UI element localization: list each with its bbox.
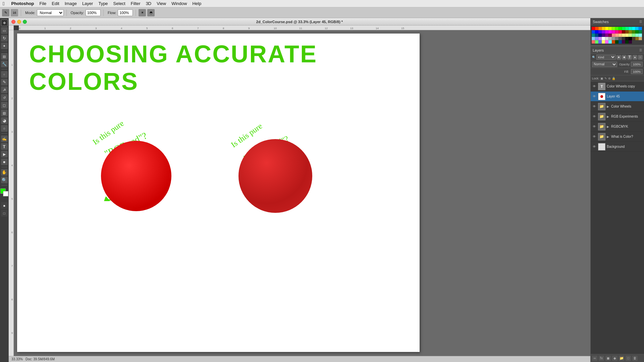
swatch-item[interactable] xyxy=(595,37,598,40)
text-tool[interactable]: T xyxy=(1,143,8,150)
swatches-panel-options[interactable]: ☰ xyxy=(639,20,642,23)
layer-expand-arrow[interactable]: ▶ xyxy=(607,105,609,108)
swatch-item[interactable] xyxy=(608,37,612,40)
swatch-item[interactable] xyxy=(625,34,629,37)
layer-visibility-toggle[interactable]: 👁 xyxy=(592,144,597,149)
opacity-input-layers[interactable] xyxy=(631,62,643,67)
swatch-item[interactable] xyxy=(629,34,632,37)
menu-view[interactable]: View xyxy=(154,1,169,6)
swatch-item[interactable] xyxy=(595,40,598,44)
swatch-item[interactable] xyxy=(608,34,612,37)
quick-mask-icon[interactable]: ■ xyxy=(1,202,8,209)
color-picker[interactable] xyxy=(0,188,8,196)
history-brush-tool[interactable]: ↺ xyxy=(1,94,8,101)
layer-visibility-toggle[interactable]: 👁 xyxy=(592,114,597,119)
menu-help[interactable]: Help xyxy=(190,1,204,6)
flow-input[interactable] xyxy=(118,9,133,16)
layers-panel-options[interactable]: ☰ xyxy=(639,49,642,52)
swatch-item[interactable] xyxy=(632,37,635,40)
swatch-item[interactable] xyxy=(639,30,642,34)
layer-visibility-toggle[interactable]: 👁 xyxy=(592,84,597,89)
swatch-item[interactable] xyxy=(619,37,622,40)
swatch-item[interactable] xyxy=(615,30,619,34)
eraser-tool[interactable]: ◻ xyxy=(1,102,8,109)
swatch-item[interactable] xyxy=(615,37,619,40)
menu-type[interactable]: Type xyxy=(96,1,110,6)
swatch-item[interactable] xyxy=(615,40,619,44)
crop-tool[interactable]: ▤ xyxy=(1,53,8,60)
opacity-input[interactable] xyxy=(86,9,101,16)
swatch-item[interactable] xyxy=(619,30,622,34)
swatch-item[interactable] xyxy=(625,40,629,44)
menu-image[interactable]: Image xyxy=(62,1,79,6)
blend-mode-select[interactable]: Normal xyxy=(592,62,617,67)
hand-tool[interactable]: ✋ xyxy=(1,169,8,176)
swatch-item[interactable] xyxy=(595,34,598,37)
swatch-item[interactable] xyxy=(602,27,605,30)
swatch-item[interactable] xyxy=(622,34,625,37)
filter-adjust-btn[interactable]: ◆ xyxy=(622,55,627,60)
dodge-tool[interactable]: ○ xyxy=(1,125,8,132)
swatch-item[interactable] xyxy=(629,27,632,30)
swatch-item[interactable] xyxy=(635,34,639,37)
swatch-item[interactable] xyxy=(598,30,602,34)
canvas-container[interactable]: CHOOSING ACCURATE COLORS Is this pure "R… xyxy=(14,30,590,356)
swatch-item[interactable] xyxy=(612,27,615,30)
layer-visibility-toggle[interactable]: 👁 xyxy=(592,94,597,99)
swatch-item[interactable] xyxy=(592,40,595,44)
gradient-tool[interactable]: ▧ xyxy=(1,110,8,116)
move-tool[interactable]: ✥ xyxy=(1,19,8,26)
mode-select[interactable]: Normal xyxy=(37,9,64,16)
path-select-tool[interactable]: ▶ xyxy=(1,151,8,158)
layer-fx-icon[interactable]: fx xyxy=(599,356,604,361)
swatch-item[interactable] xyxy=(625,30,629,34)
background-color[interactable] xyxy=(3,191,8,196)
swatch-item[interactable] xyxy=(598,40,602,44)
swatch-item[interactable] xyxy=(615,27,619,30)
layer-adjustment-icon[interactable]: ◆ xyxy=(612,356,618,361)
fill-input[interactable] xyxy=(631,69,643,74)
layer-folder-icon[interactable]: 📁 xyxy=(619,356,624,361)
swatch-item[interactable] xyxy=(619,34,622,37)
menu-filter[interactable]: Filter xyxy=(128,1,143,6)
swatch-item[interactable] xyxy=(605,27,608,30)
swatch-item[interactable] xyxy=(608,30,612,34)
swatch-item[interactable] xyxy=(595,30,598,34)
layer-visibility-toggle[interactable]: 👁 xyxy=(592,124,597,129)
filter-kind-select[interactable]: Kind xyxy=(596,55,616,60)
swatch-item[interactable] xyxy=(605,37,608,40)
swatch-item[interactable] xyxy=(629,37,632,40)
layer-item[interactable]: 👁Background xyxy=(591,142,644,152)
blur-tool[interactable]: ◕ xyxy=(1,117,8,124)
photoshop-canvas[interactable]: CHOOSING ACCURATE COLORS Is this pure "R… xyxy=(17,34,420,352)
swatch-item[interactable] xyxy=(592,27,595,30)
filter-type-btn[interactable]: T xyxy=(627,55,632,60)
swatch-item[interactable] xyxy=(639,27,642,30)
lasso-tool[interactable]: ↻ xyxy=(1,35,8,42)
swatch-item[interactable] xyxy=(605,40,608,44)
marquee-tool[interactable]: ▭ xyxy=(1,27,8,34)
zoom-tool[interactable]: 🔍 xyxy=(1,177,8,183)
swatch-item[interactable] xyxy=(629,30,632,34)
swatch-item[interactable] xyxy=(612,40,615,44)
swatch-item[interactable] xyxy=(629,40,632,44)
swatch-item[interactable] xyxy=(622,27,625,30)
spot-heal-tool[interactable]: ○ xyxy=(1,71,8,78)
swatch-item[interactable] xyxy=(602,40,605,44)
swatch-item[interactable] xyxy=(622,30,625,34)
layer-visibility-toggle[interactable]: 👁 xyxy=(592,134,597,139)
menu-file[interactable]: File xyxy=(37,1,49,6)
layer-mask-icon[interactable]: ◼ xyxy=(605,356,611,361)
swatch-item[interactable] xyxy=(619,40,622,44)
swatch-item[interactable] xyxy=(602,37,605,40)
swatch-item[interactable] xyxy=(602,30,605,34)
layer-expand-arrow[interactable]: ▶ xyxy=(607,135,609,138)
menu-edit[interactable]: Edit xyxy=(49,1,62,6)
layer-visibility-toggle[interactable]: 👁 xyxy=(592,104,597,109)
swatch-item[interactable] xyxy=(608,40,612,44)
swatch-item[interactable] xyxy=(635,27,639,30)
swatch-item[interactable] xyxy=(605,30,608,34)
swatch-item[interactable] xyxy=(612,30,615,34)
brush-tool[interactable]: ✎ xyxy=(1,79,8,85)
swatch-item[interactable] xyxy=(592,37,595,40)
